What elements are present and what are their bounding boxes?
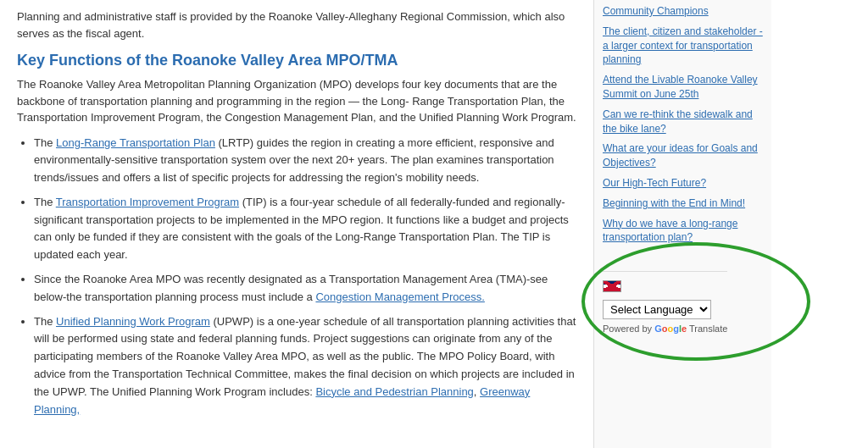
- section-description: The Roanoke Valley Area Metropolitan Pla…: [17, 76, 576, 126]
- sidebar-link[interactable]: Why do we have a long-range transportati…: [603, 217, 763, 246]
- language-selector-container: Select Language: [603, 300, 727, 319]
- google-letter-e: e: [682, 324, 687, 334]
- powered-by-label: Powered by: [603, 324, 652, 334]
- sidebar-link[interactable]: Can we re-think the sidewalk and the bik…: [603, 108, 763, 136]
- uk-flag-icon: [603, 280, 621, 292]
- sidebar-link[interactable]: Beginning with the End in Mind!: [603, 196, 763, 211]
- sidebar-link[interactable]: Our High-Tech Future?: [603, 176, 763, 191]
- main-content: Planning and administrative staff is pro…: [0, 0, 593, 448]
- lrtp-link[interactable]: Long-Range Transportation Plan: [56, 136, 215, 149]
- powered-by-text: Powered by Google Translate: [603, 324, 727, 334]
- sidebar-link[interactable]: What are your ideas for Goals and Object…: [603, 141, 763, 170]
- google-translate-logo: Google: [654, 324, 689, 334]
- bullet-prefix-2: The: [34, 196, 56, 208]
- section-title: Key Functions of the Roanoke Valley Area…: [17, 52, 576, 69]
- bpp-link[interactable]: Bicycle and Pedestrian Planning: [315, 385, 473, 398]
- translate-label: Translate: [689, 324, 727, 334]
- list-item: The Unified Planning Work Program (UPWP)…: [34, 313, 576, 419]
- sidebar-links: Community ChampionsThe client, citizen a…: [603, 4, 763, 245]
- google-letter-g2: g: [673, 324, 679, 334]
- list-item: Since the Roanoke Area MPO was recently …: [34, 271, 576, 307]
- upwp-link[interactable]: Unified Planning Work Program: [56, 315, 210, 328]
- cmp-link[interactable]: Congestion Management Process.: [315, 290, 484, 303]
- list-item: The Long-Range Transportation Plan (LRTP…: [34, 135, 576, 187]
- intro-paragraph: Planning and administrative staff is pro…: [17, 8, 576, 41]
- translate-widget: Select Language Powered by Google Transl…: [603, 271, 727, 334]
- language-select[interactable]: Select Language: [603, 300, 711, 319]
- bullet-prefix-1: The: [34, 136, 56, 149]
- bullet-prefix-4: The: [34, 315, 56, 328]
- sidebar-link[interactable]: The client, citizen and stakeholder - a …: [603, 25, 763, 67]
- translate-widget-container: Select Language Powered by Google Transl…: [603, 259, 727, 334]
- tip-link[interactable]: Transportation Improvement Program: [56, 196, 239, 208]
- google-letter-g: G: [654, 324, 662, 334]
- sidebar: Community ChampionsThe client, citizen a…: [593, 0, 771, 448]
- comma-separator: ,: [474, 385, 480, 398]
- bullet-list: The Long-Range Transportation Plan (LRTP…: [17, 135, 576, 419]
- list-item: The Transportation Improvement Program (…: [34, 194, 576, 264]
- sidebar-link[interactable]: Attend the Livable Roanoke Valley Summit…: [603, 73, 763, 102]
- sidebar-link[interactable]: Community Champions: [603, 4, 763, 19]
